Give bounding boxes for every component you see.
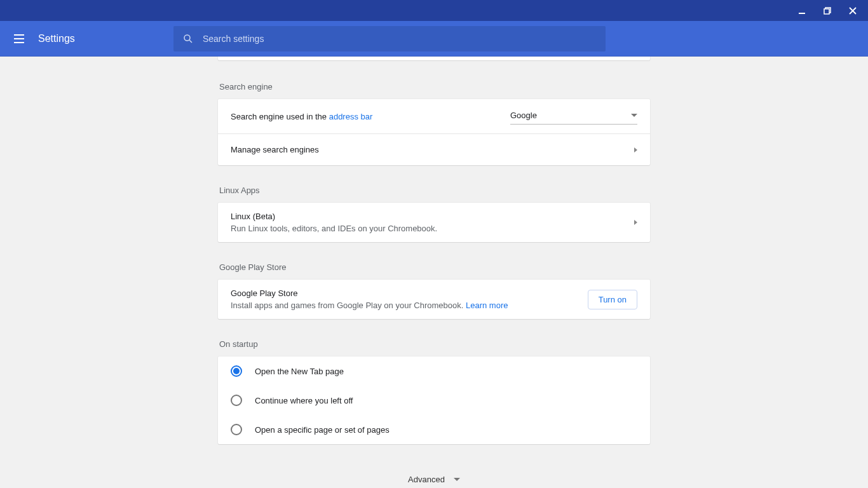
address-bar-link[interactable]: address bar — [329, 112, 373, 121]
card-linux: Linux (Beta) Run Linux tools, editors, a… — [218, 203, 650, 242]
card-play-store: Google Play Store Install apps and games… — [218, 280, 650, 319]
chevron-right-icon — [634, 147, 637, 152]
startup-option-new-tab[interactable]: Open the New Tab page — [218, 356, 650, 386]
startup-option-continue[interactable]: Continue where you left off — [218, 386, 650, 415]
previous-card-edge — [218, 57, 650, 60]
section-title-linux: Linux Apps — [218, 186, 650, 195]
startup-option-label: Open a specific page or set of pages — [255, 425, 390, 435]
card-startup: Open the New Tab page Continue where you… — [218, 356, 650, 444]
close-button[interactable] — [840, 0, 865, 21]
advanced-toggle[interactable]: Advanced — [218, 475, 650, 484]
startup-option-label: Open the New Tab page — [255, 367, 344, 376]
search-input[interactable] — [203, 34, 597, 44]
minimize-button[interactable] — [789, 0, 815, 21]
chevron-down-icon — [631, 114, 637, 117]
chevron-down-icon — [454, 478, 460, 481]
app-header: Settings — [0, 21, 868, 57]
linux-title: Linux (Beta) — [231, 212, 437, 221]
row-search-engine-select: Search engine used in the address bar Go… — [218, 99, 650, 133]
svg-rect-2 — [824, 9, 829, 14]
turn-on-button[interactable]: Turn on — [588, 290, 637, 309]
advanced-label: Advanced — [408, 475, 445, 484]
linux-subtitle: Run Linux tools, editors, and IDEs on yo… — [231, 224, 437, 233]
hamburger-icon[interactable] — [11, 31, 27, 46]
search-bar[interactable] — [173, 26, 606, 51]
startup-option-label: Continue where you left off — [255, 396, 353, 405]
startup-option-specific-page[interactable]: Open a specific page or set of pages — [218, 415, 650, 444]
search-engine-label-text: Search engine used in the — [231, 112, 329, 121]
search-icon — [182, 33, 194, 44]
main-content: Search engine Search engine used in the … — [0, 57, 868, 488]
radio-icon — [231, 365, 242, 377]
play-store-sub-text: Install apps and games from Google Play … — [231, 301, 466, 310]
row-manage-search-engines[interactable]: Manage search engines — [218, 133, 650, 165]
svg-point-3 — [184, 35, 190, 41]
section-title-startup: On startup — [218, 339, 650, 349]
page-title: Settings — [38, 33, 75, 44]
section-title-play-store: Google Play Store — [218, 262, 650, 272]
play-store-subtitle: Install apps and games from Google Play … — [231, 301, 508, 310]
play-store-title: Google Play Store — [231, 288, 508, 298]
row-linux-beta[interactable]: Linux (Beta) Run Linux tools, editors, a… — [218, 203, 650, 242]
search-engine-dropdown[interactable]: Google — [510, 108, 637, 125]
learn-more-link[interactable]: Learn more — [466, 301, 508, 310]
window-titlebar — [0, 0, 868, 21]
search-engine-selected: Google — [510, 111, 537, 120]
row-play-store: Google Play Store Install apps and games… — [218, 280, 650, 319]
maximize-button[interactable] — [815, 0, 840, 21]
radio-icon — [231, 395, 242, 406]
manage-search-engines-label: Manage search engines — [231, 145, 319, 154]
section-title-search-engine: Search engine — [218, 82, 650, 92]
chevron-right-icon — [634, 220, 637, 225]
svg-rect-0 — [799, 13, 805, 14]
search-engine-label: Search engine used in the address bar — [231, 112, 372, 121]
card-search-engine: Search engine used in the address bar Go… — [218, 99, 650, 165]
radio-icon — [231, 424, 242, 435]
